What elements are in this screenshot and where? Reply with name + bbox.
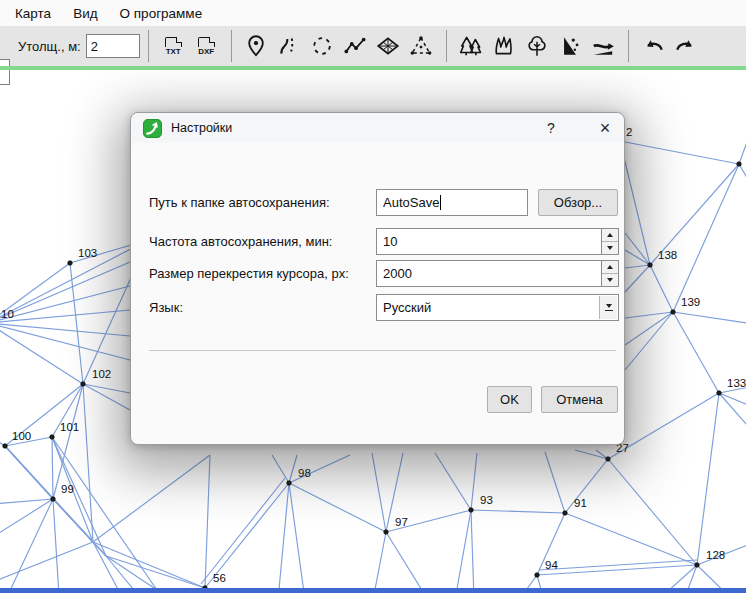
svg-text:100: 100 [12, 430, 31, 442]
svg-text:128: 128 [706, 549, 725, 561]
slope-descent-icon [590, 33, 616, 59]
forest-area-button[interactable] [455, 29, 488, 63]
txt-file-icon: TXT [165, 37, 182, 56]
redo-button[interactable] [670, 29, 703, 63]
svg-text:138: 138 [658, 249, 677, 261]
ok-button[interactable]: OK [487, 386, 532, 413]
undo-button[interactable] [637, 29, 670, 63]
autosave-path-input[interactable]: AutoSave [376, 189, 528, 216]
text-caret [440, 195, 441, 210]
cancel-button[interactable]: Отмена [541, 386, 618, 413]
menu-bar: Карта Вид О программе [0, 0, 746, 26]
tree-icon [524, 33, 550, 59]
browse-button[interactable]: Обзор... [538, 189, 618, 216]
scree-icon [557, 33, 583, 59]
toolbar-separator [628, 30, 629, 62]
toolbar-accent-line [0, 66, 746, 70]
mesh-surface-icon [375, 33, 401, 59]
crosshair-spinner [601, 261, 618, 286]
menu-map[interactable]: Карта [6, 3, 60, 24]
redo-icon [673, 33, 699, 59]
autosave-path-label: Путь к папке автосохранения: [149, 195, 330, 210]
dialog-title: Настройки [171, 121, 232, 135]
lasso-icon [309, 33, 335, 59]
svg-text:101: 101 [60, 421, 79, 433]
spin-up-icon [607, 265, 613, 269]
grass-area-button[interactable] [488, 29, 521, 63]
lasso-select-button[interactable] [306, 29, 339, 63]
polyline-button[interactable] [339, 29, 372, 63]
svg-text:91: 91 [574, 497, 587, 509]
export-txt-button[interactable]: TXT [157, 29, 190, 63]
spin-down-button[interactable] [602, 274, 618, 286]
toolbar: Утолщ., м: 2 TXT DXF [0, 26, 746, 66]
polyline-icon [342, 33, 368, 59]
dialog-help-button[interactable]: ? [536, 113, 566, 143]
menu-about[interactable]: О программе [111, 3, 212, 24]
dialog-close-button[interactable]: × [586, 113, 624, 143]
spin-down-icon [607, 246, 613, 250]
bottom-status-bar [0, 588, 746, 593]
svg-text:94: 94 [545, 559, 558, 571]
crosshair-size-input[interactable]: 2000 [376, 260, 619, 287]
geo-point-icon [243, 33, 269, 59]
svg-text:139: 139 [681, 296, 700, 308]
svg-text:97: 97 [395, 516, 408, 528]
export-dxf-button[interactable]: DXF [190, 29, 223, 63]
spin-up-button[interactable] [602, 261, 618, 274]
triangulation-button[interactable] [405, 29, 438, 63]
svg-text:103: 103 [78, 247, 97, 259]
contour-curve-button[interactable] [273, 29, 306, 63]
tree-single-button[interactable] [521, 29, 554, 63]
grass-icon [491, 33, 517, 59]
mesh-surface-button[interactable] [372, 29, 405, 63]
toolbar-separator [231, 30, 232, 62]
language-value: Русский [383, 300, 431, 315]
combo-drop-bar [605, 310, 613, 312]
spin-up-button[interactable] [602, 229, 618, 242]
slope-descent-button[interactable] [587, 29, 620, 63]
dialog-title-bar[interactable]: Настройки ? × [131, 113, 624, 143]
undo-icon [640, 33, 666, 59]
language-combobox[interactable]: Русский [376, 294, 619, 321]
svg-text:56: 56 [213, 572, 226, 584]
menu-view[interactable]: Вид [64, 3, 106, 24]
triangulation-icon [408, 33, 434, 59]
autosave-freq-label: Частота автосохранения, мин: [149, 234, 332, 249]
settings-dialog: Настройки ? × Путь к папке автосохранени… [130, 112, 625, 445]
thickness-input[interactable]: 2 [86, 34, 140, 58]
freq-spinner [601, 229, 618, 254]
dialog-separator [149, 350, 616, 351]
autosave-freq-value: 10 [383, 234, 397, 249]
crosshair-size-value: 2000 [383, 266, 412, 281]
svg-text:102: 102 [92, 368, 111, 380]
spin-down-button[interactable] [602, 242, 618, 254]
app-logo-icon [143, 119, 162, 138]
autosave-path-value: AutoSave [383, 195, 439, 210]
thickness-label: Утолщ., м: [18, 39, 81, 54]
svg-text:2: 2 [626, 126, 632, 138]
combo-dropdown-button[interactable] [599, 296, 617, 319]
svg-text:98: 98 [298, 467, 311, 479]
app-window: 1031010210110099569897939194128133139138… [0, 0, 746, 593]
autosave-freq-input[interactable]: 10 [376, 228, 619, 255]
geo-point-button[interactable] [240, 29, 273, 63]
toolbar-left-input[interactable] [0, 59, 10, 85]
svg-text:10: 10 [1, 308, 14, 320]
crosshair-size-label: Размер перекрестия курсора, px: [149, 266, 349, 281]
dxf-file-icon: DXF [198, 37, 215, 56]
language-label: Язык: [149, 300, 183, 315]
svg-text:93: 93 [480, 494, 493, 506]
svg-text:99: 99 [61, 483, 74, 495]
spin-down-icon [607, 278, 613, 282]
toolbar-separator [446, 30, 447, 62]
spin-up-icon [607, 233, 613, 237]
forest-icon [458, 33, 484, 59]
contour-curve-icon [276, 33, 302, 59]
svg-text:133: 133 [727, 377, 746, 389]
toolbar-separator [148, 30, 149, 62]
chevron-down-icon [606, 304, 612, 308]
scree-slope-button[interactable] [554, 29, 587, 63]
